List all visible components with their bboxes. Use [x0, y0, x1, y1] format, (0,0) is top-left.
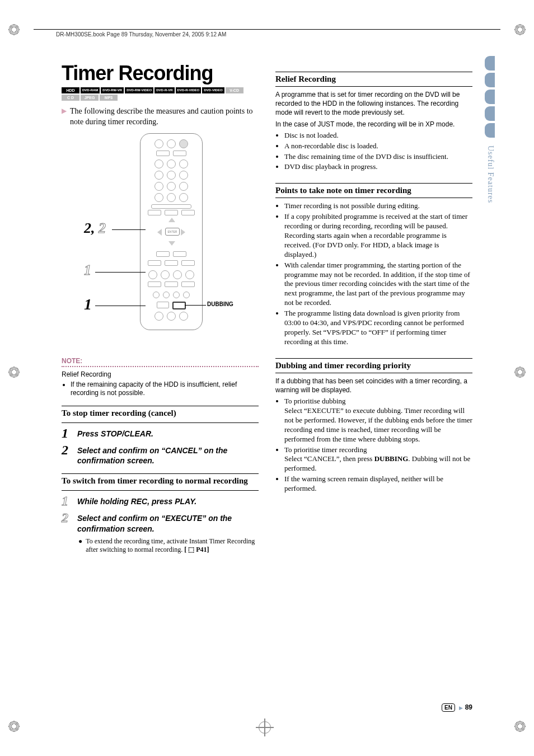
step-text: While holding REC, press PLAY.	[77, 496, 196, 506]
format-badge-disabled: MP3	[100, 95, 118, 101]
format-badge: DVD-R-VR	[154, 87, 174, 93]
crop-mark-icon	[6, 718, 22, 735]
format-badge-disabled: C D	[62, 95, 79, 101]
page-number: 89	[465, 703, 472, 711]
triangle-right-icon: ▶	[459, 705, 463, 711]
side-tabs-stack	[485, 56, 495, 138]
note-label: NOTE:	[62, 357, 259, 365]
list-item: Disc is not loaded.	[284, 131, 472, 140]
crop-mark-icon	[512, 718, 528, 735]
remote-illustration: ENTER 2, 2 1 1	[62, 133, 259, 346]
dotted-rule	[62, 366, 259, 367]
list-item: To prioritise dubbing Select “EXECUTE” t…	[284, 397, 472, 444]
step-text: Select and confirm on “CANCEL” on the co…	[77, 445, 259, 466]
step-text: Press STOP/CLEAR.	[77, 429, 153, 439]
list-item: To prioritise timer recording Select “CA…	[284, 445, 472, 474]
format-badge: DVD-VIDEO	[202, 87, 224, 93]
step-number-outline: 2	[62, 511, 73, 524]
list-item: DVD disc playback in progress.	[284, 162, 472, 172]
section-head-switch: To switch from timer recording to normal…	[62, 476, 259, 486]
relief-para: A programme that is set for timer record…	[275, 90, 472, 118]
list-item: If a copy prohibited programme is receiv…	[284, 212, 472, 259]
format-badge: DVD-RAM	[81, 87, 100, 93]
registration-mark-icon	[259, 721, 271, 734]
list-item: If the warning screen remain displayed, …	[284, 475, 472, 494]
list-item: The disc remaining time of the DVD disc …	[284, 152, 472, 162]
crop-mark-icon	[512, 21, 528, 38]
sub-bullet: ● To extend the recording time, activate…	[78, 537, 259, 554]
dubbing-callout-label: DUBBING	[207, 301, 233, 307]
section-head-points: Points to take note on timer recording	[275, 183, 472, 198]
step-number-outline: 1	[62, 494, 73, 508]
format-badges: HDD DVD-RAM DVD-RW-VR DVD-RW-VIDEO DVD-R…	[62, 87, 259, 101]
callout-step-1-solid: 1	[84, 295, 92, 313]
callout-step-1-outline: 1	[84, 262, 91, 279]
crop-mark-icon	[6, 21, 22, 38]
lang-badge: EN	[442, 703, 455, 712]
section-head-dub-priority: Dubbing and timer recording priority	[275, 358, 472, 373]
intro-text: The following describe the measures and …	[70, 106, 259, 128]
section-head-stop: To stop timer recording (cancel)	[62, 408, 259, 418]
side-tab-icon	[485, 56, 495, 71]
format-badge-disabled: JPEG	[81, 95, 99, 101]
header-meta: DR-MH300SE.book Page 89 Thursday, Novemb…	[56, 31, 226, 37]
format-badge: DVD-R-VIDEO	[176, 87, 202, 93]
triangle-right-icon: ▶	[62, 106, 67, 128]
crop-mark-icon	[6, 364, 22, 381]
relief-para: In the case of JUST mode, the recording …	[275, 120, 472, 129]
header-rule	[34, 29, 500, 30]
section-rule	[62, 473, 259, 474]
page-title: Timer Recording	[62, 62, 259, 85]
side-tab-icon	[485, 123, 495, 138]
list-item: A non-recordable disc is loaded.	[284, 142, 472, 151]
side-tab-icon	[485, 90, 495, 104]
dub-priority-intro: If a dubbing that has been set coincides…	[275, 377, 472, 395]
list-item: With calendar timer programming, the sta…	[284, 261, 472, 308]
note-subhead: Relief Recording	[62, 370, 259, 378]
format-badge: DVD-RW-VIDEO	[125, 87, 153, 93]
step-number: 2	[62, 443, 73, 457]
note-item: If the remaining capacity of the HDD is …	[71, 381, 259, 398]
format-badge: HDD	[62, 87, 79, 93]
section-rule	[62, 490, 259, 491]
format-badge: DVD-RW-VR	[101, 87, 124, 93]
list-item: The programme listing data download is g…	[284, 309, 472, 347]
list-item: Timer recording is not possible during e…	[284, 201, 472, 211]
callout-step-2: 2, 2	[84, 220, 106, 237]
side-tab-icon	[485, 73, 495, 87]
section-head-relief: Relief Recording	[275, 72, 472, 87]
section-rule	[62, 422, 259, 423]
page-footer: EN ▶ 89	[442, 703, 472, 711]
format-badge-disabled: V-CD	[226, 87, 243, 93]
side-tab-icon	[485, 106, 495, 121]
enter-button-label: ENTER	[165, 228, 180, 236]
crop-mark-icon	[512, 364, 528, 381]
step-text: Select and confirm on “EXECUTE” on the c…	[77, 513, 259, 533]
side-tab-label: Useful Features	[486, 145, 495, 203]
section-rule	[62, 406, 259, 406]
step-number: 1	[62, 426, 73, 440]
